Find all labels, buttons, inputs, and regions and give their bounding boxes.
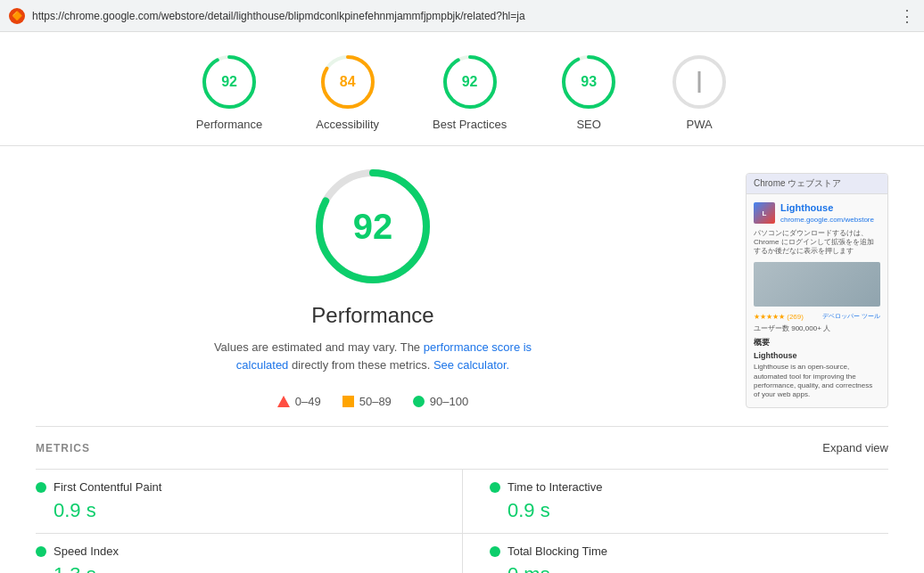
metric-label-row-tti: Time to Interactive	[490, 480, 888, 494]
metric-item-tti: Time to Interactive 0.9 s	[462, 469, 888, 533]
score-item-performance[interactable]: 92 Performance	[196, 53, 262, 131]
metric-item-tbt: Total Blocking Time 0 ms	[462, 533, 888, 573]
sc-stars: ★★★★★ (269)	[754, 312, 804, 322]
metric-value-fcp: 0.9 s	[36, 499, 435, 522]
sc-description: Lighthouse is an open-source, automated …	[754, 363, 880, 400]
metric-dot-fcp	[36, 482, 46, 493]
score-item-accessibility[interactable]: 84 Accessibility	[316, 53, 379, 131]
metrics-grid: First Contentful Paint 0.9 s Time to Int…	[36, 469, 888, 573]
screenshot-panel: Chrome ウェブストア L Lighthouse chrome.google…	[746, 173, 888, 408]
metric-dot-tti	[490, 482, 500, 493]
metric-dot-tbt	[490, 546, 500, 557]
screenshot-body: L Lighthouse chrome.google.com/webstore …	[747, 194, 887, 407]
metrics-header: METRICS Expand view	[36, 441, 888, 454]
legend-orange: 50–89	[342, 395, 392, 408]
score-circle-pwa	[671, 53, 728, 111]
sc-dev-label: デベロッパー ツール	[822, 312, 880, 321]
calculator-link[interactable]: See calculator.	[433, 358, 509, 372]
score-label-pwa: PWA	[687, 118, 713, 131]
triangle-icon	[277, 396, 290, 407]
sc-subtitle: chrome.google.com/webstore	[780, 215, 874, 225]
score-circle-performance: 92	[201, 53, 258, 111]
big-score-circle: 92	[310, 164, 435, 289]
metric-label-row-tbt: Total Blocking Time	[490, 544, 888, 558]
score-value-accessibility: 84	[340, 74, 356, 90]
legend-green: 90–100	[413, 395, 468, 408]
score-circle-seo: 93	[560, 53, 617, 111]
score-label-accessibility: Accessibility	[316, 118, 379, 131]
sc-main-title: Lighthouse	[780, 201, 874, 215]
sc-header: Chrome ウェブストア	[747, 174, 887, 194]
sc-desc2-title: Lighthouse	[754, 350, 880, 362]
favicon-icon: 🔶	[9, 8, 25, 24]
metric-item-fcp: First Contentful Paint 0.9 s	[36, 469, 462, 533]
sc-title-area: Lighthouse chrome.google.com/webstore	[780, 201, 874, 225]
score-item-best-practices[interactable]: 92 Best Practices	[433, 53, 507, 131]
score-label-seo: SEO	[576, 118, 600, 131]
metric-dot-si	[36, 546, 46, 557]
score-value-performance: 92	[221, 74, 237, 90]
metric-label-row-si: Speed Index	[36, 544, 435, 558]
metrics-title: METRICS	[36, 442, 90, 454]
score-circle-accessibility: 84	[319, 53, 376, 111]
performance-panel: 92 Performance Values are estimated and …	[36, 164, 710, 408]
sc-image-placeholder	[754, 262, 880, 307]
score-row: 92 Performance 84 Accessibility 92 Best …	[0, 32, 924, 146]
sc-desc1: パソコンにダウンロードするけは、Chrome にログインして拡張をを追加するか後…	[754, 229, 880, 257]
performance-desc: Values are estimated and may vary. The p…	[212, 339, 533, 373]
metric-value-si: 1.3 s	[36, 563, 435, 573]
sc-logo-row: L Lighthouse chrome.google.com/webstore	[754, 201, 880, 225]
sc-stats-row: ★★★★★ (269) デベロッパー ツール	[754, 312, 880, 322]
big-score-value: 92	[353, 207, 393, 247]
metric-label-fcp: First Contentful Paint	[54, 480, 161, 494]
score-legend: 0–49 50–89 90–100	[277, 395, 468, 408]
score-value-best-practices: 92	[462, 74, 478, 90]
browser-top-bar: 🔶 https://chrome.google.com/webstore/det…	[0, 0, 924, 32]
metric-item-si: Speed Index 1.3 s	[36, 533, 462, 573]
score-label-performance: Performance	[196, 118, 262, 131]
url-bar: https://chrome.google.com/webstore/detai…	[32, 10, 892, 22]
score-item-pwa[interactable]: PWA	[671, 53, 728, 131]
metric-value-tbt: 0 ms	[490, 563, 888, 573]
browser-menu-icon[interactable]: ⋮	[899, 6, 915, 26]
sc-logo: L	[754, 202, 775, 224]
score-circle-best-practices: 92	[441, 53, 499, 111]
performance-title: Performance	[311, 303, 433, 328]
metric-value-tti: 0.9 s	[490, 499, 888, 522]
expand-view-button[interactable]: Expand view	[822, 441, 888, 454]
score-item-seo[interactable]: 93 SEO	[560, 53, 617, 131]
score-value-seo: 93	[581, 74, 597, 90]
metric-label-tbt: Total Blocking Time	[507, 544, 607, 558]
sc-section-title: 概要	[754, 337, 880, 348]
circle-icon	[413, 396, 425, 407]
sc-user-count: ユーザー数 900,000+ 人	[754, 323, 880, 333]
score-label-best-practices: Best Practices	[433, 118, 507, 131]
metric-label-tti: Time to Interactive	[507, 480, 602, 494]
metric-label-si: Speed Index	[54, 544, 119, 558]
screenshot-card: Chrome ウェブストア L Lighthouse chrome.google…	[746, 173, 888, 408]
main-content: 92 Performance Values are estimated and …	[0, 146, 924, 426]
metrics-section: METRICS Expand view First Contentful Pai…	[0, 427, 924, 573]
square-icon	[342, 396, 354, 407]
legend-red: 0–49	[277, 395, 321, 408]
metric-label-row-fcp: First Contentful Paint	[36, 480, 435, 494]
